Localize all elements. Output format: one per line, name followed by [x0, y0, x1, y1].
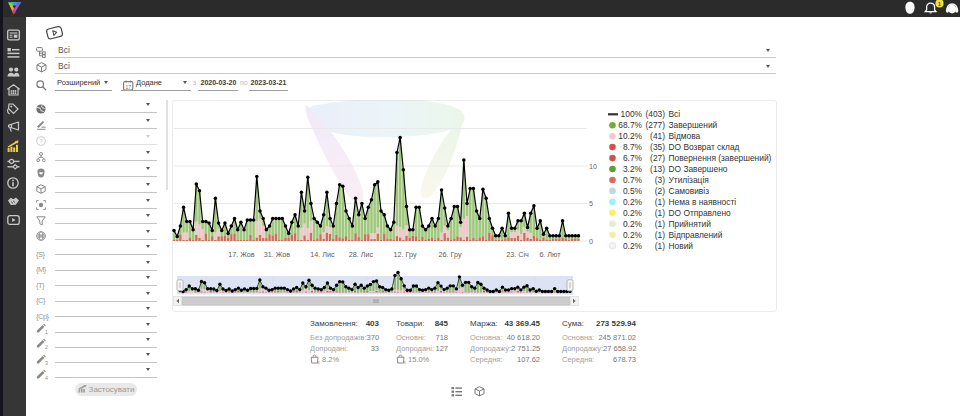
svg-text:68.7%: 68.7% [618, 120, 642, 130]
svg-text:(1): (1) [655, 197, 665, 207]
svg-text:0.2%: 0.2% [623, 241, 643, 251]
svg-text:(1): (1) [655, 208, 665, 218]
svg-text:(35): (35) [650, 142, 665, 152]
svg-text:23. Січ: 23. Січ [506, 250, 529, 259]
svg-text:Завершений: Завершений [669, 120, 718, 130]
svg-text:100%: 100% [621, 109, 643, 119]
svg-text:Нема в наявності: Нема в наявності [669, 197, 737, 207]
svg-text:Прийнятий: Прийнятий [669, 219, 712, 229]
svg-text:Повернення (завершений): Повернення (завершений) [669, 153, 772, 163]
svg-text:(3): (3) [655, 175, 665, 185]
svg-text:0: 0 [589, 237, 593, 246]
svg-text:(13): (13) [650, 164, 665, 174]
svg-text:0.7%: 0.7% [623, 175, 643, 185]
svg-text:17: 17 [125, 83, 131, 89]
svg-text:28. Лис: 28. Лис [349, 250, 374, 259]
svg-text:Відправлений: Відправлений [669, 230, 723, 240]
svg-text:x: x [317, 360, 320, 364]
svg-text:(1): (1) [655, 219, 665, 229]
svg-text:0.5%: 0.5% [623, 186, 643, 196]
svg-text:(1): (1) [655, 230, 665, 240]
svg-text:10.2%: 10.2% [618, 131, 642, 141]
svg-text:?: ? [39, 138, 43, 144]
svg-text:14. Лис: 14. Лис [310, 250, 335, 259]
svg-text:(27): (27) [650, 153, 665, 163]
svg-text:1: 1 [45, 329, 48, 335]
svg-text:(2): (2) [655, 186, 665, 196]
svg-text:Утилізація: Утилізація [669, 175, 709, 185]
svg-text:DO Завершено: DO Завершено [669, 164, 728, 174]
svg-text:4: 4 [45, 374, 48, 380]
svg-text:Відмова: Відмова [669, 131, 701, 141]
svg-text:12. Гру: 12. Гру [394, 250, 417, 259]
svg-text:x: x [403, 360, 406, 364]
svg-text:26. Гру: 26. Гру [439, 250, 462, 259]
svg-text:DO Отправлено: DO Отправлено [669, 208, 732, 218]
svg-text:0.2%: 0.2% [623, 219, 643, 229]
svg-text:2: 2 [45, 344, 48, 350]
svg-text:Новий: Новий [669, 241, 694, 251]
svg-text:5: 5 [589, 199, 593, 208]
svg-text:8.7%: 8.7% [623, 142, 643, 152]
svg-text:31. Жов: 31. Жов [264, 250, 291, 259]
svg-text:3: 3 [45, 359, 48, 365]
svg-text:Всі: Всі [669, 109, 681, 119]
svg-text:0.2%: 0.2% [623, 230, 643, 240]
svg-text:3.2%: 3.2% [623, 164, 643, 174]
svg-text:17. Жов: 17. Жов [228, 250, 255, 259]
svg-text:0.2%: 0.2% [623, 197, 643, 207]
svg-text:6.7%: 6.7% [623, 153, 643, 163]
svg-text:(403): (403) [645, 109, 665, 119]
svg-text:(1): (1) [655, 241, 665, 251]
svg-text:DO Возврат склад: DO Возврат склад [669, 142, 740, 152]
svg-text:10: 10 [589, 162, 597, 171]
svg-text:(277): (277) [645, 120, 665, 130]
svg-text:6. Лют: 6. Лют [539, 250, 561, 259]
svg-text:(41): (41) [650, 131, 665, 141]
svg-text:0.2%: 0.2% [623, 208, 643, 218]
svg-text:Самовивіз: Самовивіз [669, 186, 710, 196]
